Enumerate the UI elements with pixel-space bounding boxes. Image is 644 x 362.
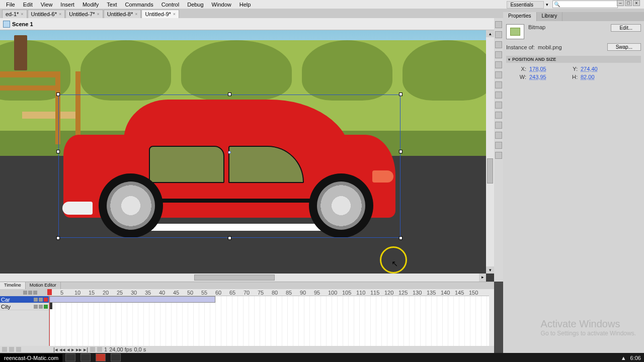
document-tab[interactable]: Untitled-9*× <box>141 10 179 18</box>
timeline-panel: Timeline Motion Editor Car City 51015202… <box>0 282 494 353</box>
taskbar-app-icon[interactable] <box>65 353 75 361</box>
free-transform-tool-icon[interactable] <box>495 41 502 48</box>
horizontal-scrollbar[interactable]: ▸ <box>0 274 486 282</box>
window-minimize-button[interactable]: – <box>617 0 624 6</box>
lasso-tool-icon[interactable] <box>495 51 502 58</box>
section-position-size[interactable]: POSITION AND SIZE <box>506 56 641 63</box>
instance-thumbnail <box>506 24 524 39</box>
resize-handle[interactable] <box>399 93 403 96</box>
layer-row[interactable]: City <box>0 303 49 310</box>
text-tool-icon[interactable] <box>495 71 502 78</box>
delete-layer-icon[interactable] <box>16 347 21 352</box>
frames-area[interactable] <box>49 296 489 346</box>
h-value[interactable]: 82,00 <box>581 74 611 80</box>
scroll-down-icon[interactable]: ▾ <box>486 266 494 274</box>
search-input[interactable]: 🔍 <box>552 1 618 8</box>
resize-handle[interactable] <box>399 150 403 153</box>
tab-close-icon[interactable]: × <box>173 12 176 17</box>
stage[interactable]: ↖ <box>0 30 494 282</box>
clock[interactable]: 6:06 <box>630 355 641 361</box>
tab-close-icon[interactable]: × <box>59 12 61 17</box>
instance-of-label: Instance of: <box>506 44 535 50</box>
resize-handle[interactable] <box>228 93 231 96</box>
taskbar-app-icon[interactable] <box>111 353 121 361</box>
panel-tabs: Properties Library <box>503 12 644 21</box>
scroll-thumb[interactable] <box>194 275 275 281</box>
resize-handle[interactable] <box>56 93 60 96</box>
document-tab[interactable]: Untitled-7*× <box>65 10 103 18</box>
w-value[interactable]: 243,95 <box>529 74 559 80</box>
tab-close-icon[interactable]: × <box>21 12 23 17</box>
x-value[interactable]: 178,05 <box>529 66 559 72</box>
resize-handle[interactable] <box>56 236 60 240</box>
w-label: W: <box>511 74 526 80</box>
menu-debug[interactable]: Debug <box>183 1 207 9</box>
rectangle-tool-icon[interactable] <box>495 92 502 99</box>
new-layer-icon[interactable] <box>2 347 7 352</box>
swap-button[interactable]: Swap... <box>607 43 641 51</box>
instance-type: Bitmap <box>528 24 545 30</box>
playhead[interactable] <box>49 296 50 346</box>
menu-commands[interactable]: Commands <box>121 1 157 9</box>
menu-help[interactable]: Help <box>235 1 255 9</box>
y-value[interactable]: 274,40 <box>581 66 611 72</box>
frame-ruler[interactable]: 5101520253035404550556065707580859095100… <box>49 289 489 296</box>
vertical-scrollbar[interactable]: ▴ ▾ <box>486 30 494 274</box>
resize-handle[interactable] <box>56 150 60 153</box>
subselection-tool-icon[interactable] <box>495 31 502 38</box>
tab-motion-editor[interactable]: Motion Editor <box>26 282 61 289</box>
tween-span[interactable] <box>49 296 215 303</box>
scroll-right-icon[interactable]: ▸ <box>479 274 486 282</box>
eyedropper-tool-icon[interactable] <box>495 132 502 139</box>
eraser-tool-icon[interactable] <box>495 142 502 149</box>
tab-library[interactable]: Library <box>537 12 563 21</box>
selection-rect <box>58 95 400 238</box>
menu-modify[interactable]: Modify <box>78 1 103 9</box>
menu-insert[interactable]: Insert <box>56 1 78 9</box>
resize-handle[interactable] <box>228 236 231 240</box>
pencil-tool-icon[interactable] <box>495 102 502 109</box>
scene-name[interactable]: Scene 1 <box>12 21 33 27</box>
x-label: X: <box>511 66 526 72</box>
scroll-up-icon[interactable]: ▴ <box>486 30 494 37</box>
resize-handle[interactable] <box>399 236 403 240</box>
tab-properties[interactable]: Properties <box>503 12 537 21</box>
new-folder-icon[interactable] <box>9 347 14 352</box>
pen-tool-icon[interactable] <box>495 61 502 68</box>
brush-tool-icon[interactable] <box>495 112 502 119</box>
document-tab[interactable]: Untitled-6*× <box>28 10 65 18</box>
eye-icon[interactable] <box>23 291 27 295</box>
menu-edit[interactable]: Edit <box>19 1 37 9</box>
lock-icon[interactable] <box>28 291 32 295</box>
workspace-label[interactable]: Essentials <box>507 1 544 9</box>
tab-close-icon[interactable]: × <box>135 12 137 17</box>
hand-tool-icon[interactable] <box>495 152 502 159</box>
layer-list: Car City <box>0 289 49 346</box>
menu-window[interactable]: Window <box>208 1 235 9</box>
document-tab[interactable]: Untitled-8*× <box>104 10 141 18</box>
menu-text[interactable]: Text <box>103 1 121 9</box>
selection-tool-icon[interactable] <box>495 21 502 28</box>
window-close-button[interactable]: × <box>633 0 640 6</box>
onion-skin-icon[interactable] <box>97 347 102 352</box>
line-tool-icon[interactable] <box>495 81 502 88</box>
paint-bucket-tool-icon[interactable] <box>495 122 502 129</box>
edit-button[interactable]: Edit... <box>611 24 641 32</box>
outline-icon[interactable] <box>33 291 37 295</box>
tab-close-icon[interactable]: × <box>97 12 100 17</box>
menu-control[interactable]: Control <box>157 1 183 9</box>
menu-view[interactable]: View <box>37 1 57 9</box>
loop-icon[interactable] <box>90 347 95 352</box>
properties-panel: Properties Library Bitmap Edit... Instan… <box>503 12 644 353</box>
car-bitmap-selection[interactable] <box>58 95 400 238</box>
workspace-switcher[interactable]: Essentials▾ <box>507 0 548 9</box>
document-tab[interactable]: ed-1*× <box>2 10 27 18</box>
scroll-thumb[interactable] <box>487 158 493 184</box>
taskbar-flash-icon[interactable] <box>96 353 106 361</box>
taskbar-app-icon[interactable] <box>80 353 91 361</box>
layer-row[interactable]: Car <box>0 296 49 303</box>
tray-icon[interactable]: ▲ <box>621 355 626 361</box>
window-maximize-button[interactable]: □ <box>625 0 632 6</box>
tab-timeline[interactable]: Timeline <box>0 282 26 289</box>
menu-file[interactable]: File <box>2 1 19 9</box>
